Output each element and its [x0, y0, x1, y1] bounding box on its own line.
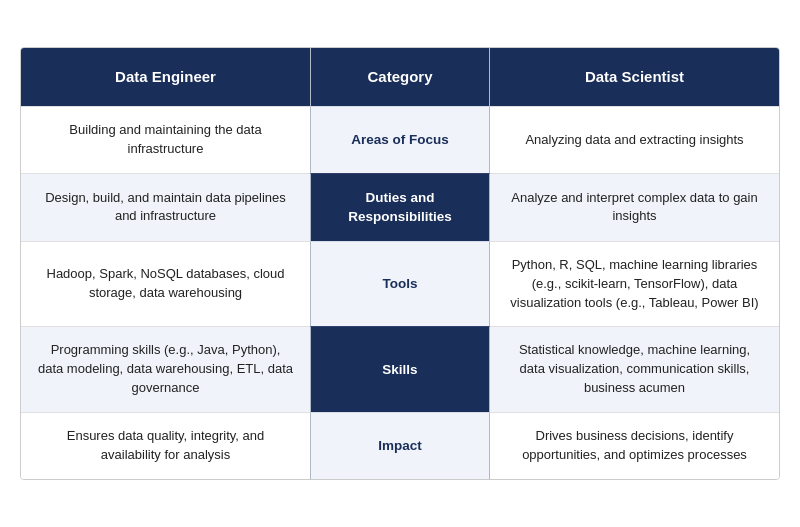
row-1-left: Building and maintaining the data infras… [21, 106, 310, 173]
row-3-category: Tools [310, 241, 490, 327]
row-3-right: Python, R, SQL, machine learning librari… [490, 241, 779, 327]
row-5-left: Ensures data quality, integrity, and ava… [21, 412, 310, 479]
row-4-category: Skills [310, 326, 490, 412]
row-3-left: Hadoop, Spark, NoSQL databases, cloud st… [21, 241, 310, 327]
row-1-category: Areas of Focus [310, 106, 490, 173]
row-4-left: Programming skills (e.g., Java, Python),… [21, 326, 310, 412]
row-2-category: Duties and Responsibilities [310, 173, 490, 241]
header-right: Data Scientist [490, 48, 779, 106]
header-left: Data Engineer [21, 48, 310, 106]
row-5-category: Impact [310, 412, 490, 479]
row-5-right: Drives business decisions, identify oppo… [490, 412, 779, 479]
comparison-table: Data Engineer Category Data Scientist Bu… [20, 47, 780, 479]
row-2-left: Design, build, and maintain data pipelin… [21, 173, 310, 241]
row-4-right: Statistical knowledge, machine learning,… [490, 326, 779, 412]
row-2-right: Analyze and interpret complex data to ga… [490, 173, 779, 241]
row-1-right: Analyzing data and extracting insights [490, 106, 779, 173]
header-center: Category [310, 48, 490, 106]
